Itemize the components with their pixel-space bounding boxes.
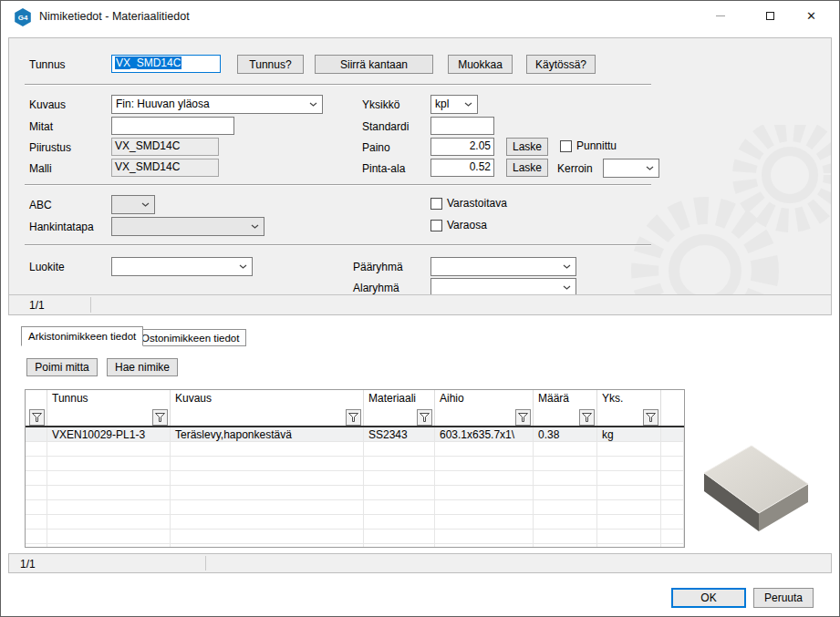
chevron-down-icon <box>251 224 259 229</box>
status-divider <box>90 297 91 313</box>
checkbox-box <box>430 198 442 210</box>
siirra-kantaan-button[interactable]: Siirrä kantaan <box>315 55 433 74</box>
laske-paino-button[interactable]: Laske <box>506 138 548 156</box>
funnel-icon <box>32 413 42 422</box>
maximize-icon <box>766 12 774 20</box>
alaryhma-label: Alaryhmä <box>353 282 399 294</box>
cell-kuvaus[interactable]: Teräslevy,haponkestävä <box>171 427 364 441</box>
column-header-materiaali[interactable]: Materiaali <box>364 390 435 408</box>
empty-table-row[interactable] <box>26 530 684 544</box>
cell-aihio[interactable]: 603.1x635.7x1\ <box>435 427 534 441</box>
separator <box>25 244 651 246</box>
close-button[interactable]: ✕ <box>791 1 832 30</box>
hae-nimike-button[interactable]: Hae nimike <box>107 358 178 376</box>
piirustus-field: VX_SMD14C <box>111 138 219 156</box>
yksikko-combobox[interactable]: kpl <box>430 95 478 114</box>
chevron-down-icon <box>309 102 317 107</box>
filter-funnel-button[interactable] <box>643 409 659 426</box>
paino-input[interactable]: 2.05 <box>430 138 494 156</box>
tunnus-label: Tunnus <box>29 58 66 71</box>
mitat-input[interactable] <box>111 117 234 135</box>
punnittu-checkbox[interactable]: Punnittu <box>560 139 617 152</box>
cell-yks[interactable]: kg <box>597 427 661 441</box>
maximize-button[interactable] <box>750 1 791 30</box>
chevron-down-icon <box>239 264 247 269</box>
cell-maara[interactable]: 0.38 <box>534 427 597 441</box>
funnel-icon <box>155 413 165 422</box>
tab-ostonimikkeen-tiedot[interactable]: Ostonimikkeen tiedot <box>134 329 246 346</box>
kerroin-label: Kerroin <box>557 162 593 175</box>
empty-table-row[interactable] <box>26 544 684 548</box>
close-icon: ✕ <box>806 10 816 22</box>
minimize-icon <box>716 15 725 16</box>
kaytossa-button[interactable]: Käytössä? <box>526 55 596 74</box>
cell-materiaali[interactable]: SS2343 <box>364 427 435 441</box>
funnel-icon <box>582 413 592 422</box>
varaosa-checkbox[interactable]: Varaosa <box>430 219 487 231</box>
luokite-combobox[interactable] <box>111 257 253 276</box>
kuvaus-combobox[interactable]: Fin: Huuvan yläosa <box>111 95 323 114</box>
standardi-label: Standardi <box>362 120 409 133</box>
filter-funnel-button[interactable] <box>579 409 595 426</box>
column-header-kuvaus[interactable]: Kuvaus <box>171 390 364 408</box>
tunnus-query-button[interactable]: Tunnus? <box>237 55 304 74</box>
minimize-button[interactable] <box>700 1 741 30</box>
filter-funnel-button[interactable] <box>346 409 361 426</box>
funnel-icon <box>420 413 430 422</box>
empty-table-row[interactable] <box>26 500 684 515</box>
abc-combobox[interactable] <box>111 195 155 214</box>
filter-funnel-button[interactable] <box>152 409 168 426</box>
kuvaus-value: Fin: Huuvan yläosa <box>116 98 210 110</box>
empty-table-row[interactable] <box>26 486 684 500</box>
filter-cell-aihio[interactable] <box>435 408 534 426</box>
varastoitava-checkbox[interactable]: Varastoitava <box>430 197 507 210</box>
row-selector-cell[interactable] <box>26 427 47 441</box>
chevron-down-icon <box>646 166 654 170</box>
peruuta-button[interactable]: Peruuta <box>753 588 814 608</box>
column-header-tunnus[interactable]: Tunnus <box>47 390 171 408</box>
tab-label: Arkistonimikkeen tiedot <box>28 331 136 342</box>
empty-table-row[interactable] <box>26 515 684 530</box>
grid-status-bar: 1/1 <box>8 553 832 573</box>
hankintatapa-combobox[interactable] <box>111 217 264 236</box>
nimiketiedot-dialog: G4 Nimiketiedot - Materiaalitiedot ✕ Tun… <box>0 0 840 617</box>
material-plate-3d-preview <box>697 437 815 539</box>
tab-arkistonimikkeen-tiedot[interactable]: Arkistonimikkeen tiedot <box>21 326 143 346</box>
abc-label: ABC <box>29 199 52 211</box>
filter-cell-kuvaus[interactable] <box>171 408 364 426</box>
empty-table-row[interactable] <box>26 471 684 486</box>
empty-table-row[interactable] <box>26 442 684 457</box>
filter-cell-tunnus[interactable] <box>47 408 171 426</box>
record-counter: 1/1 <box>29 299 45 312</box>
cell-tunnus[interactable]: VXEN10029-PL1-3 <box>47 427 171 441</box>
checkbox-box <box>560 140 572 152</box>
filter-cell-materiaali[interactable] <box>364 408 435 426</box>
empty-table-row[interactable] <box>26 457 684 471</box>
column-header-yks[interactable]: Yks. <box>597 390 661 408</box>
tunnus-input[interactable]: VX_SMD14C <box>111 55 221 73</box>
app-g4-icon: G4 <box>14 8 32 26</box>
filter-cell-yks[interactable] <box>597 408 661 426</box>
muokkaa-button[interactable]: Muokkaa <box>448 55 513 74</box>
kerroin-combobox[interactable] <box>603 159 659 178</box>
funnel-icon <box>518 413 528 422</box>
pinta-ala-input[interactable]: 0.52 <box>430 159 494 177</box>
poimi-mitta-button[interactable]: Poimi mitta <box>26 358 98 376</box>
form-record-status-bar: 1/1 <box>9 294 831 314</box>
filter-funnel-button[interactable] <box>417 409 432 426</box>
paaryhma-combobox[interactable] <box>430 257 576 276</box>
chevron-down-icon <box>563 264 571 269</box>
luokite-label: Luokite <box>29 261 65 273</box>
standardi-input[interactable] <box>430 117 494 135</box>
chevron-down-icon <box>563 285 571 290</box>
laske-pinta-ala-button[interactable]: Laske <box>506 159 548 177</box>
filter-funnel-button[interactable] <box>29 409 45 426</box>
table-row[interactable]: VXEN10029-PL1-3 Teräslevy,haponkestävä S… <box>26 427 684 442</box>
filter-cell-maara[interactable] <box>534 408 597 426</box>
column-header-maara[interactable]: Määrä <box>534 390 597 408</box>
tab-label: Ostonimikkeen tiedot <box>141 333 239 344</box>
column-header-aihio[interactable]: Aihio <box>435 390 534 408</box>
filter-funnel-button[interactable] <box>515 409 531 426</box>
kuvaus-label: Kuvaus <box>29 98 66 111</box>
ok-button[interactable]: OK <box>671 588 746 608</box>
